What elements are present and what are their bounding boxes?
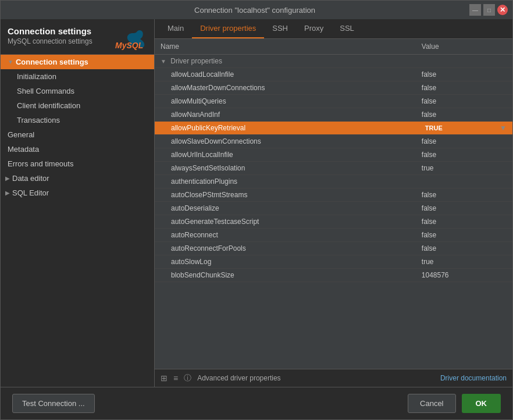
- row-name: allowUrlInLocalInfile: [155, 148, 416, 162]
- row-value: false: [416, 95, 512, 108]
- row-name: allowPublicKeyRetrieval: [155, 122, 416, 135]
- nav-item-general[interactable]: General: [1, 127, 154, 142]
- table-row[interactable]: autoDeserializefalse: [155, 202, 512, 215]
- tab-proxy[interactable]: Proxy: [296, 19, 332, 38]
- table-row[interactable]: alwaysSendSetIsolationtrue: [155, 162, 512, 175]
- panel-subtitle: MySQL connection settings: [8, 37, 92, 45]
- nav-item-errors-timeouts[interactable]: Errors and timeouts: [1, 156, 154, 171]
- tab-main[interactable]: Main: [159, 19, 192, 38]
- window-controls: — □ ✕: [469, 4, 508, 16]
- properties-table: Name Value ▼ Driver properties allowLoad…: [155, 39, 512, 282]
- table-row[interactable]: autoSlowLogtrue: [155, 255, 512, 269]
- table-row[interactable]: autoGenerateTestcaseScriptfalse: [155, 215, 512, 229]
- row-name: alwaysSendSetIsolation: [155, 162, 416, 175]
- footer-actions: Cancel OK: [408, 394, 501, 413]
- ok-button[interactable]: OK: [462, 394, 501, 413]
- row-value: false: [416, 202, 512, 215]
- info-icon: ⓘ: [184, 373, 191, 383]
- panel-header: Connection settings MySQL connection set…: [1, 19, 154, 55]
- nav-item-metadata[interactable]: Metadata: [1, 142, 154, 156]
- nav-item-sql-editor[interactable]: ▶ SQL Editor: [1, 186, 154, 200]
- nav-tree: ▼ Connection settings Initialization She…: [1, 55, 154, 387]
- bottom-toolbar: ⊞ ≡ ⓘ Advanced driver properties Driver …: [155, 369, 512, 387]
- table-row[interactable]: allowLoadLocalInfilefalse: [155, 68, 512, 81]
- title-bar: Connection "localhost" configuration — □…: [1, 1, 512, 19]
- chevron-right-icon: ▶: [5, 175, 10, 181]
- row-name: allowLoadLocalInfile: [155, 68, 416, 81]
- dialog-body: Connection settings MySQL connection set…: [1, 19, 512, 387]
- list-icon[interactable]: ≡: [173, 373, 178, 383]
- close-button[interactable]: ✕: [497, 5, 508, 15]
- table-row[interactable]: blobSendChunkSize1048576: [155, 269, 512, 282]
- row-value: false: [416, 229, 512, 242]
- row-name: allowSlaveDownConnections: [155, 135, 416, 148]
- row-value: false: [416, 68, 512, 81]
- table-row[interactable]: allowNanAndInffalse: [155, 108, 512, 122]
- row-name: allowMasterDownConnections: [155, 81, 416, 95]
- row-name: autoReconnectForPools: [155, 242, 416, 255]
- row-value: false: [416, 215, 512, 229]
- nav-item-transactions[interactable]: Transactions: [1, 113, 154, 127]
- right-panel: Main Driver properties SSH Proxy SSL Nam…: [155, 19, 512, 387]
- left-nav-panel: Connection settings MySQL connection set…: [1, 19, 155, 387]
- cancel-button[interactable]: Cancel: [408, 394, 455, 413]
- row-value: 1048576: [416, 269, 512, 282]
- nav-item-shell-commands[interactable]: Shell Commands: [1, 84, 154, 98]
- tab-driver-properties[interactable]: Driver properties: [192, 19, 264, 38]
- tab-ssh[interactable]: SSH: [264, 19, 296, 38]
- nav-item-data-editor[interactable]: ▶ Data editor: [1, 171, 154, 186]
- row-value: false: [416, 81, 512, 95]
- row-name: autoSlowLog: [155, 255, 416, 269]
- row-name: autoClosePStmtStreams: [155, 188, 416, 202]
- svg-text:MySQL: MySQL: [115, 41, 143, 50]
- table-row[interactable]: allowMasterDownConnectionsfalse: [155, 81, 512, 95]
- nav-item-initialization[interactable]: Initialization: [1, 69, 154, 84]
- table-row[interactable]: allowUrlInLocalInfilefalse: [155, 148, 512, 162]
- row-value: false: [416, 135, 512, 148]
- row-name: allowNanAndInf: [155, 108, 416, 122]
- row-value: true: [416, 162, 512, 175]
- driver-documentation-link[interactable]: Driver documentation: [440, 374, 507, 382]
- table-row[interactable]: autoReconnectForPoolsfalse: [155, 242, 512, 255]
- table-row[interactable]: allowPublicKeyRetrievalTRUE ▼: [155, 122, 512, 135]
- maximize-button[interactable]: □: [483, 4, 495, 16]
- row-value: false: [416, 148, 512, 162]
- nav-item-client-identification[interactable]: Client identification: [1, 98, 154, 113]
- footer-bar: Test Connection ... Cancel OK: [1, 387, 512, 419]
- row-value: true: [416, 255, 512, 269]
- group-label: Driver properties: [170, 57, 222, 65]
- minimize-button[interactable]: —: [469, 4, 481, 16]
- table-row[interactable]: authenticationPlugins: [155, 175, 512, 188]
- table-row[interactable]: allowMultiQueriesfalse: [155, 95, 512, 108]
- row-name: authenticationPlugins: [155, 175, 416, 188]
- dialog-title: Connection "localhost" configuration: [40, 6, 469, 15]
- mysql-logo: MySQL: [112, 27, 147, 51]
- main-dialog: Connection "localhost" configuration — □…: [0, 0, 513, 420]
- row-value: [416, 175, 512, 188]
- row-value: false: [416, 188, 512, 202]
- properties-table-container: Name Value ▼ Driver properties allowLoad…: [155, 39, 512, 369]
- row-name: autoGenerateTestcaseScript: [155, 215, 416, 229]
- test-connection-button[interactable]: Test Connection ...: [12, 394, 95, 413]
- col-header-value: Value: [416, 39, 512, 55]
- advanced-driver-properties-link[interactable]: Advanced driver properties: [197, 374, 280, 382]
- row-name: blobSendChunkSize: [155, 269, 416, 282]
- true-badge: TRUE: [422, 124, 446, 132]
- row-name: allowMultiQueries: [155, 95, 416, 108]
- col-header-name: Name: [155, 39, 416, 55]
- group-row-driver-properties: ▼ Driver properties: [155, 55, 512, 68]
- chevron-down-icon: ▼: [8, 59, 13, 65]
- mysql-logo-svg: MySQL: [112, 27, 147, 51]
- row-value: false: [416, 108, 512, 122]
- dropdown-arrow-icon[interactable]: ▼: [500, 124, 507, 132]
- table-row[interactable]: autoReconnectfalse: [155, 229, 512, 242]
- nav-item-connection-settings[interactable]: ▼ Connection settings: [1, 55, 154, 69]
- table-row[interactable]: autoClosePStmtStreamsfalse: [155, 188, 512, 202]
- chevron-right-icon-2: ▶: [5, 190, 10, 196]
- panel-title: Connection settings: [8, 26, 92, 36]
- table-row[interactable]: allowSlaveDownConnectionsfalse: [155, 135, 512, 148]
- row-value: TRUE ▼: [416, 122, 512, 135]
- tab-ssl[interactable]: SSL: [332, 19, 362, 38]
- expand-icon: ▼: [161, 58, 166, 65]
- filter-icon[interactable]: ⊞: [161, 373, 168, 383]
